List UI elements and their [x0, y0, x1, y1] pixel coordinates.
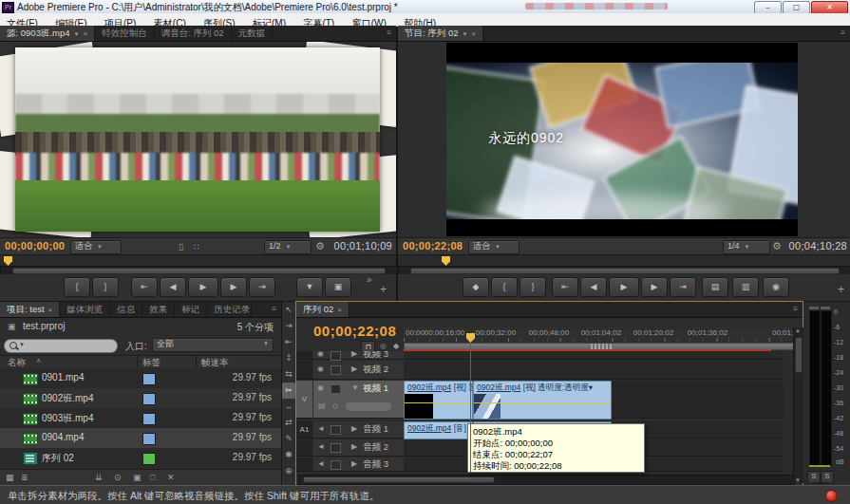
eye-icon[interactable]: ◉	[317, 351, 324, 358]
step-forward-button[interactable]: ▶	[220, 277, 247, 297]
close-button[interactable]: ✕	[811, 1, 848, 14]
play-button[interactable]: ▶	[188, 277, 218, 297]
chevron-down-icon[interactable]: ▼	[463, 31, 468, 37]
track-name[interactable]: 视频 1	[363, 383, 388, 395]
icon-view-icon[interactable]: ▦	[6, 472, 14, 483]
program-playhead[interactable]	[442, 256, 450, 266]
track-name[interactable]: 视频 2	[363, 364, 388, 376]
more-buttons-chevrons[interactable]: »	[367, 274, 372, 285]
button-editor-plus[interactable]: +	[838, 283, 844, 296]
panel-menu-icon[interactable]: ≡	[836, 26, 850, 41]
source-playhead[interactable]	[4, 256, 12, 266]
chevron-down-icon[interactable]: ▼	[74, 31, 80, 37]
timeline-hscrollbar-thumb[interactable]	[303, 476, 495, 483]
pen-tool[interactable]: ✎	[282, 431, 295, 447]
audio-target-badge[interactable]: A1	[296, 421, 312, 439]
add-marker-button[interactable]: ◆	[463, 277, 489, 297]
source-resolution-dropdown[interactable]: 1/2▼	[264, 240, 312, 254]
close-icon[interactable]: ×	[84, 29, 88, 38]
new-item-icon[interactable]: □	[150, 472, 155, 483]
timeline-timecode[interactable]: 00;00;22;08	[313, 323, 396, 339]
lift-button[interactable]: ▤	[702, 277, 728, 297]
expand-icon[interactable]: ▶	[351, 442, 357, 451]
eye-icon[interactable]: ◉	[317, 383, 324, 392]
safe-margins-icon[interactable]: ▯	[179, 241, 183, 252]
project-row[interactable]: 序列 02 29.97 fps	[0, 448, 281, 468]
speaker-icon[interactable]: ◄	[317, 442, 325, 451]
timeline-clip-audio-a[interactable]: 0902班.mp4 [音]	[404, 421, 473, 439]
collapse-icon[interactable]: ▼	[351, 383, 359, 392]
output-icon[interactable]: ∷	[194, 241, 199, 252]
source-scrollbar-thumb[interactable]	[12, 268, 386, 274]
tab-effects[interactable]: 效果	[142, 302, 175, 317]
label-color-chip[interactable]	[142, 413, 156, 425]
track-slider[interactable]	[346, 402, 391, 411]
project-row[interactable]: 0901.mp4 29.97 fps	[0, 368, 281, 388]
label-color-chip[interactable]	[142, 433, 156, 445]
expand-icon[interactable]: ▶	[351, 459, 357, 468]
tab-media-browser[interactable]: 媒体浏览	[60, 302, 110, 317]
panel-menu-icon[interactable]: ≡	[382, 26, 396, 41]
razor-tool[interactable]: ✂	[282, 383, 295, 399]
track-name[interactable]: 音频 3	[363, 458, 388, 471]
tab-markers[interactable]: 标记	[175, 302, 207, 317]
hand-tool[interactable]: ✱	[282, 447, 295, 463]
speaker-icon[interactable]: ◄	[317, 424, 325, 433]
scroll-up-icon[interactable]: ▲	[795, 327, 801, 333]
timeline-clip-video-b[interactable]: 0902班.mp4 [视] 透明度:透明度▾	[473, 381, 612, 420]
set-marker-icon[interactable]: ◆	[393, 342, 399, 350]
slip-tool[interactable]: ↔	[282, 399, 295, 415]
source-preview[interactable]	[0, 42, 396, 237]
close-icon[interactable]: ×	[337, 306, 342, 314]
eye-icon[interactable]: ◉	[317, 364, 324, 373]
lock-toggle[interactable]	[331, 443, 341, 453]
tab-metadata[interactable]: 元数据	[232, 26, 274, 41]
expand-icon[interactable]: ▶	[351, 351, 357, 358]
ripple-edit-tool[interactable]: ⇤	[282, 334, 295, 350]
label-color-chip[interactable]	[142, 453, 156, 465]
keyframe-icon[interactable]: ◇	[332, 401, 338, 410]
list-view-icon[interactable]: ≣	[21, 472, 28, 483]
export-frame-button[interactable]: ◉	[763, 277, 789, 297]
button-editor-plus[interactable]: +	[380, 283, 387, 296]
tab-program[interactable]: 节目: 序列 02▼×	[398, 26, 483, 41]
label-color-chip[interactable]	[142, 393, 156, 405]
timeline-vscrollbar[interactable]: ▲ ▼	[793, 327, 803, 483]
tab-info[interactable]: 信息	[110, 302, 142, 317]
panel-menu-icon[interactable]: ≡	[788, 302, 803, 317]
tab-sequence-02[interactable]: 序列 02×	[296, 302, 349, 317]
rate-stretch-tool[interactable]: ⇆	[282, 366, 295, 383]
find-icon[interactable]: ⊙	[114, 472, 122, 483]
goto-in-button[interactable]: ⇤	[131, 277, 158, 297]
set-out-button[interactable]: }	[519, 277, 546, 297]
lock-toggle[interactable]	[331, 460, 341, 470]
set-in-button[interactable]: {	[491, 277, 518, 297]
program-fit-dropdown[interactable]: 适合▼	[468, 240, 519, 254]
lock-toggle[interactable]	[331, 384, 341, 394]
rolling-edit-tool[interactable]: ‡	[282, 350, 295, 366]
tab-history[interactable]: 历史记录	[207, 302, 252, 317]
new-bin-icon[interactable]: ▣	[133, 472, 142, 483]
scroll-down-icon[interactable]: ▼	[795, 477, 801, 483]
program-timecode[interactable]: 00;00;22;08	[403, 240, 463, 252]
search-dropdown-arrow[interactable]: ▼	[19, 342, 25, 347]
search-input[interactable]: ▼	[4, 339, 118, 353]
tab-project[interactable]: 项目: test×	[0, 302, 60, 317]
settings-wrench-icon[interactable]: ⚙	[315, 240, 325, 252]
zoom-tool[interactable]: ⊕	[282, 463, 295, 479]
timeline-hscrollbar[interactable]	[298, 475, 795, 485]
goto-out-button[interactable]: ⇥	[249, 277, 275, 297]
speaker-icon[interactable]: ◄	[317, 459, 325, 468]
solo-right-button[interactable]: S	[821, 471, 834, 483]
automate-sequence-icon[interactable]: ⇊	[95, 472, 103, 483]
insert-button[interactable]: ▼	[296, 277, 323, 297]
project-row[interactable]: 0903班.mp4 29.97 fps	[0, 408, 281, 428]
track-name[interactable]: 音频 1	[363, 423, 388, 436]
goto-out-button[interactable]: ⇥	[670, 277, 696, 297]
lock-toggle[interactable]	[331, 425, 341, 435]
overwrite-button[interactable]: ▣	[325, 277, 351, 297]
close-icon[interactable]: ×	[48, 306, 53, 314]
project-row[interactable]: 0902班.mp4 29.97 fps	[0, 388, 281, 408]
solo-left-button[interactable]: S	[807, 471, 821, 483]
selection-tool[interactable]: ↖	[282, 302, 295, 318]
